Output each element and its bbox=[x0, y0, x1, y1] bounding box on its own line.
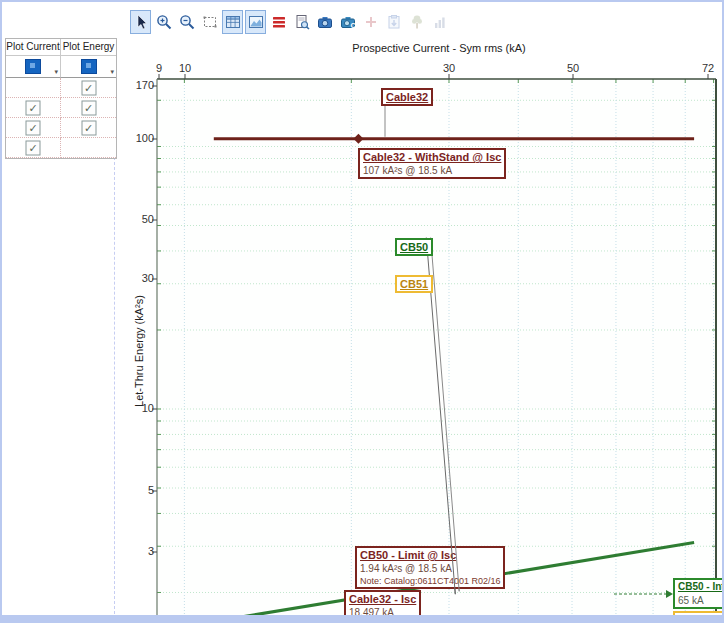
checkbox[interactable]: ✓ bbox=[26, 100, 41, 115]
zoom-out-icon[interactable] bbox=[176, 10, 197, 34]
clipboard-icon bbox=[383, 10, 404, 34]
table-cell bbox=[6, 78, 61, 98]
filter-button[interactable] bbox=[25, 59, 41, 74]
y-tick-label: 100 bbox=[120, 132, 154, 144]
checkbox[interactable]: ✓ bbox=[81, 80, 96, 95]
toolbar: C bbox=[130, 8, 450, 36]
checkbox[interactable]: ✓ bbox=[81, 120, 96, 135]
checkbox[interactable]: ✓ bbox=[26, 140, 41, 155]
x-tick-label: 50 bbox=[558, 62, 588, 74]
red-stripes-icon[interactable] bbox=[268, 10, 289, 34]
x-tick-label: 72 bbox=[693, 62, 723, 74]
print-preview-icon[interactable] bbox=[291, 10, 312, 34]
callout-cb50-limit[interactable]: CB50 - Limit @ Isc 1.94 kA²s @ 18.5 kA N… bbox=[355, 546, 505, 589]
table-cell: ✓ bbox=[61, 78, 116, 98]
window-bottom-border bbox=[2, 615, 722, 621]
callout-cb51[interactable]: CB51 bbox=[395, 275, 433, 293]
filter-cell: ▾ bbox=[6, 56, 61, 78]
chevron-down-icon[interactable]: ▾ bbox=[110, 68, 114, 75]
x-tick-label: 30 bbox=[434, 62, 464, 74]
chevron-down-icon[interactable]: ▾ bbox=[54, 68, 58, 75]
table-cell: ✓ bbox=[6, 98, 61, 118]
table-cell: ✓ bbox=[61, 118, 116, 138]
callout-title: Cable32 bbox=[386, 90, 428, 104]
callout-value: 107 kA²s @ 18.5 kA bbox=[363, 164, 501, 177]
table-cell: ✓ bbox=[6, 138, 61, 158]
checkbox[interactable]: ✓ bbox=[26, 120, 41, 135]
table-row: ✓ bbox=[6, 78, 116, 98]
plot-selection-table: Plot CurrentPlot Energy▾▾✓✓✓✓✓✓ bbox=[5, 38, 117, 159]
callout-cb50-int[interactable]: CB50 - Int 65 kA bbox=[673, 578, 724, 609]
callout-cb50[interactable]: CB50 bbox=[395, 238, 433, 256]
table-row: ✓ bbox=[6, 138, 116, 158]
chart-bars-icon bbox=[429, 10, 450, 34]
callout-value: 65 kA bbox=[678, 594, 724, 607]
callout-title: Cable32 - Isc bbox=[349, 592, 416, 606]
y-tick-label: 50 bbox=[120, 213, 154, 225]
table-row: ✓✓ bbox=[6, 118, 116, 138]
table-header-row: Plot CurrentPlot Energy bbox=[6, 39, 116, 56]
svg-text:C: C bbox=[350, 22, 355, 29]
camera-icon[interactable] bbox=[314, 10, 335, 34]
callout-title: Cable32 - WithStand @ Isc bbox=[363, 150, 501, 164]
pointer-icon[interactable] bbox=[130, 10, 151, 34]
y-tick-label: 3 bbox=[120, 545, 154, 557]
table-cell: ✓ bbox=[61, 98, 116, 118]
filter-button[interactable] bbox=[81, 59, 97, 74]
column-header: Plot Energy bbox=[61, 39, 116, 56]
plus-icon bbox=[360, 10, 381, 34]
y-tick-label: 170 bbox=[120, 79, 154, 91]
callout-value: 1.94 kA²s @ 18.5 kA bbox=[360, 562, 500, 575]
y-tick-label: 30 bbox=[120, 272, 154, 284]
plot-image-icon[interactable] bbox=[245, 10, 266, 34]
zoom-window-icon[interactable] bbox=[199, 10, 220, 34]
callout-title: CB50 bbox=[400, 240, 428, 254]
y-tick-label: 10 bbox=[120, 402, 154, 414]
app-window: Plot CurrentPlot Energy▾▾✓✓✓✓✓✓ C Prospe… bbox=[0, 0, 724, 623]
grid-icon[interactable] bbox=[222, 10, 243, 34]
table-cell bbox=[61, 138, 116, 158]
table-row: ✓✓ bbox=[6, 98, 116, 118]
callout-cable32-withstand[interactable]: Cable32 - WithStand @ Isc 107 kA²s @ 18.… bbox=[358, 148, 506, 179]
callout-title: CB50 - Int bbox=[678, 580, 724, 594]
x-tick-label: 10 bbox=[170, 62, 200, 74]
checkbox[interactable]: ✓ bbox=[81, 100, 96, 115]
column-header: Plot Current bbox=[6, 39, 61, 56]
filter-row: ▾▾ bbox=[6, 56, 116, 78]
filter-cell: ▾ bbox=[61, 56, 116, 78]
callout-title: CB50 - Limit @ Isc bbox=[360, 548, 500, 562]
table-cell: ✓ bbox=[6, 118, 61, 138]
callout-cable32[interactable]: Cable32 bbox=[381, 88, 433, 106]
zoom-in-icon[interactable] bbox=[153, 10, 174, 34]
callout-note: Note: Catalog:0611CT4001 R02/16 bbox=[360, 575, 500, 587]
callout-title: CB51 bbox=[400, 277, 428, 291]
tree-icon bbox=[406, 10, 427, 34]
y-tick-label: 5 bbox=[120, 484, 154, 496]
x-axis-title: Prospective Current - Sym rms (kA) bbox=[289, 42, 589, 54]
camera-copy-icon[interactable]: C bbox=[337, 10, 358, 34]
